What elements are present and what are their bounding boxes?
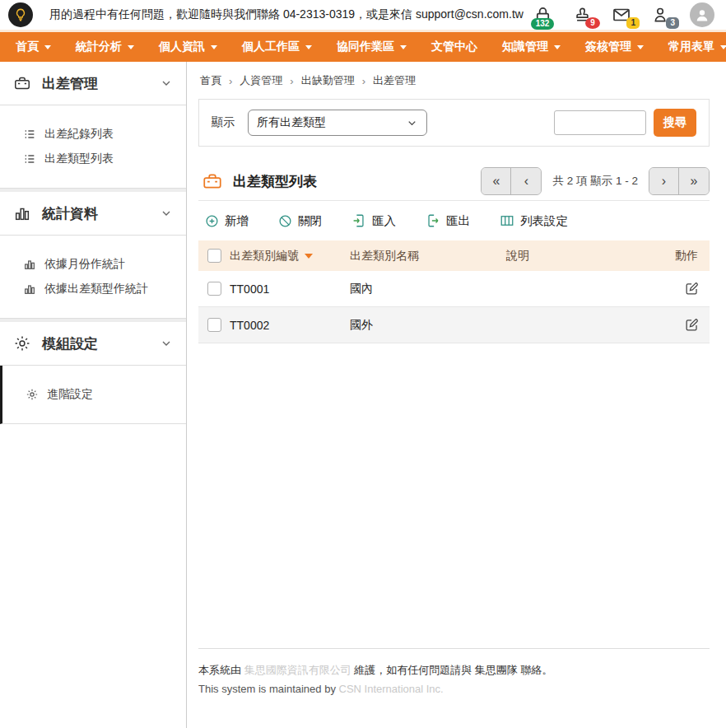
export-button[interactable]: 匯出 <box>426 213 470 229</box>
nav-item-home[interactable]: 首頁 <box>3 32 63 62</box>
nav-item-statistics[interactable]: 統計分析 <box>63 32 147 62</box>
briefcase-icon <box>13 74 31 92</box>
trip-type-name: 國內 <box>350 282 506 296</box>
breadcrumb-attendance[interactable]: 出缺勤管理 <box>301 73 355 88</box>
sidebar-group-module-settings: 進階設定 <box>0 366 186 424</box>
nav-item-document-center[interactable]: 文管中心 <box>419 32 490 62</box>
table-row: TT0002 國外 <box>198 307 710 343</box>
list-icon <box>23 152 36 166</box>
add-button[interactable]: 新增 <box>205 213 249 229</box>
sidebar-group-trip-management: 出差紀錄列表 出差類型列表 <box>0 105 186 189</box>
nav-item-knowledge[interactable]: 知識管理 <box>490 32 573 62</box>
edit-button[interactable] <box>684 281 700 296</box>
table-header-row: 出差類別編號 出差類別名稱 說明 動作 <box>198 240 710 271</box>
sidebar-item-trip-types[interactable]: 出差類型列表 <box>0 147 186 171</box>
nav-item-forms[interactable]: 常用表單 <box>656 32 726 62</box>
nav-item-personal-info[interactable]: 個人資訊 <box>147 32 230 62</box>
support-message: 用的過程中有任何問題，歡迎隨時與我們聯絡 04-2313-0319，或是來信 s… <box>49 7 524 22</box>
people-count-badge: 3 <box>666 17 679 29</box>
footer: 本系統由 集思國際資訊有限公司 維護，如有任何問題請與 集思團隊 聯絡。 Thi… <box>198 648 710 695</box>
app-logo[interactable] <box>8 2 33 27</box>
last-page-button[interactable]: » <box>679 168 709 194</box>
table-row: TT0001 國內 <box>198 271 710 307</box>
approvals-count-badge: 9 <box>585 17 600 29</box>
sidebar-section-statistics[interactable]: 統計資料 <box>0 192 186 236</box>
chevron-down-icon <box>160 337 173 350</box>
footer-company-link[interactable]: 集思國際資訊有限公司 <box>244 664 351 676</box>
chevron-down-icon <box>160 207 173 220</box>
select-all-checkbox[interactable] <box>207 249 221 263</box>
export-icon <box>426 213 440 228</box>
approvals-button[interactable]: 9 <box>571 4 593 26</box>
edit-button[interactable] <box>684 317 700 333</box>
plus-circle-icon <box>205 214 219 228</box>
gear-icon <box>26 388 39 401</box>
footer-team-link[interactable]: 集思團隊 <box>475 664 518 676</box>
list-icon <box>23 128 36 141</box>
first-page-button[interactable]: « <box>482 168 511 194</box>
column-header-description[interactable]: 說明 <box>506 249 662 264</box>
edit-icon <box>684 281 700 296</box>
pagination: « ‹ 共 2 項 顯示 1 - 2 › » <box>481 167 710 195</box>
prev-page-button[interactable]: ‹ <box>511 168 541 194</box>
page: 用的過程中有任何問題，歡迎隨時與我們聯絡 04-2313-0319，或是來信 s… <box>0 0 726 728</box>
chevron-down-icon <box>554 45 561 53</box>
search-input[interactable] <box>554 110 646 135</box>
people-button[interactable]: 3 <box>650 4 672 26</box>
footer-company-link-en[interactable]: CSN International Inc. <box>339 683 444 695</box>
lightbulb-icon <box>13 7 28 22</box>
trip-type-filter-select[interactable]: 所有出差類型 <box>248 110 427 136</box>
row-checkbox[interactable] <box>207 318 221 332</box>
sidebar-item-advanced-settings[interactable]: 進階設定 <box>2 382 186 407</box>
row-checkbox[interactable] <box>207 282 221 296</box>
avatar-person-icon <box>694 7 710 23</box>
sidebar-item-stats-by-month[interactable]: 依據月份作統計 <box>0 252 186 277</box>
bar-chart-icon <box>13 204 31 222</box>
sidebar: 出差管理 出差紀錄列表 出差類型列表 <box>0 62 187 728</box>
topbar: 用的過程中有任何問題，歡迎隨時與我們聯絡 04-2313-0319，或是來信 s… <box>0 0 726 32</box>
bar-chart-icon <box>23 258 36 271</box>
trip-type-table: 出差類別編號 出差類別名稱 說明 動作 TT0001 國內 <box>198 240 710 343</box>
gear-icon <box>13 334 31 352</box>
chevron-down-icon <box>44 45 51 53</box>
sidebar-item-stats-by-trip-type[interactable]: 依據出差類型作統計 <box>0 277 186 301</box>
import-icon <box>351 213 366 228</box>
user-avatar[interactable] <box>690 2 714 27</box>
main-content: 首頁 › 人資管理 › 出缺勤管理 › 出差管理 顯示 所有出差類型 搜尋 <box>188 62 726 728</box>
column-settings-button[interactable]: 列表設定 <box>500 213 568 229</box>
search-button[interactable]: 搜尋 <box>654 109 696 137</box>
bar-chart-icon <box>23 282 36 296</box>
column-header-name[interactable]: 出差類別名稱 <box>350 249 506 264</box>
chevron-down-icon <box>720 45 726 53</box>
import-button[interactable]: 匯入 <box>351 213 396 229</box>
breadcrumb-hr[interactable]: 人資管理 <box>240 73 282 88</box>
sidebar-section-module-settings[interactable]: 模組設定 <box>0 322 186 366</box>
close-button[interactable]: 關閉 <box>278 213 322 229</box>
column-header-action: 動作 <box>662 249 710 264</box>
list-title-row: 出差類型列表 « ‹ 共 2 項 顯示 1 - 2 › » <box>198 162 710 201</box>
breadcrumb-separator: › <box>290 75 293 87</box>
breadcrumb: 首頁 › 人資管理 › 出缺勤管理 › 出差管理 <box>200 73 710 88</box>
next-page-button[interactable]: › <box>649 168 679 194</box>
nav-item-workspace[interactable]: 個人工作區 <box>230 32 324 62</box>
tasks-button[interactable]: 132 <box>532 4 553 26</box>
nav-item-approval[interactable]: 簽核管理 <box>573 32 656 62</box>
chevron-down-icon <box>400 45 407 53</box>
breadcrumb-separator: › <box>229 75 232 87</box>
sidebar-section-trip-management[interactable]: 出差管理 <box>0 62 186 105</box>
topbar-icon-group: 132 9 1 <box>532 2 714 27</box>
nav-item-collaboration[interactable]: 協同作業區 <box>324 32 419 62</box>
breadcrumb-trip-management[interactable]: 出差管理 <box>373 73 416 88</box>
trip-type-code: TT0001 <box>230 282 350 296</box>
footer-line-zh: 本系統由 集思國際資訊有限公司 維護，如有任何問題請與 集思團隊 聯絡。 <box>198 663 710 678</box>
mail-count-badge: 1 <box>626 17 640 29</box>
sidebar-item-trip-records[interactable]: 出差紀錄列表 <box>0 122 186 147</box>
filter-panel: 顯示 所有出差類型 搜尋 <box>198 99 710 147</box>
breadcrumb-home[interactable]: 首頁 <box>200 73 221 88</box>
chevron-down-icon <box>305 45 312 53</box>
column-header-code[interactable]: 出差類別編號 <box>230 249 350 264</box>
page-title: 出差類型列表 <box>233 172 317 191</box>
mail-button[interactable]: 1 <box>611 4 632 26</box>
chevron-down-icon <box>128 45 134 53</box>
chevron-down-icon <box>637 45 644 53</box>
